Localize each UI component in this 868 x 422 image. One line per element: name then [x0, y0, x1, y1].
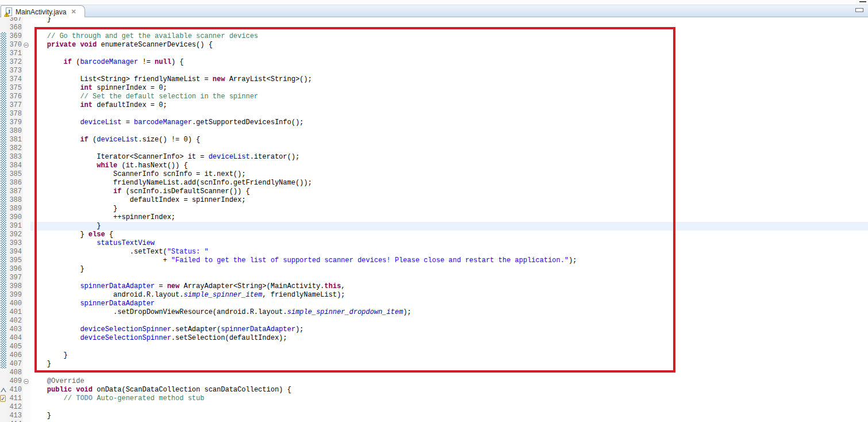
line-number[interactable]: 385: [7, 170, 23, 179]
line-number[interactable]: 379: [7, 118, 23, 127]
code-line[interactable]: 403 deviceSelectionSpinner.setAdapter(sp…: [0, 325, 868, 334]
code-line[interactable]: 406 }: [0, 351, 868, 360]
line-number[interactable]: 398: [7, 282, 23, 291]
code-line[interactable]: 412: [0, 403, 868, 412]
line-number[interactable]: 401: [7, 308, 23, 317]
line-number[interactable]: 391: [7, 222, 23, 231]
task-marker-icon[interactable]: [0, 395, 6, 402]
code-line[interactable]: 381 if (deviceList.size() != 0) {: [0, 136, 868, 144]
code-line[interactable]: 370 private void enumerateScannerDevices…: [0, 41, 868, 49]
line-number[interactable]: 397: [7, 274, 23, 282]
line-number[interactable]: 406: [7, 351, 23, 360]
code-line[interactable]: 407 }: [0, 360, 868, 369]
line-number[interactable]: 409: [7, 377, 23, 386]
line-number[interactable]: 382: [7, 144, 23, 153]
line-number[interactable]: 389: [7, 205, 23, 213]
collapse-icon[interactable]: [24, 379, 29, 384]
code-line[interactable]: 390 ++spinnerIndex;: [0, 213, 868, 222]
line-number[interactable]: 383: [7, 153, 23, 162]
code-line[interactable]: 393 statusTextView: [0, 239, 868, 248]
line-number[interactable]: 368: [7, 24, 23, 32]
code-line[interactable]: 373: [0, 67, 868, 75]
code-line[interactable]: 404 deviceSelectionSpinner.setSelection(…: [0, 334, 868, 343]
code-line[interactable]: 408: [0, 369, 868, 377]
line-number[interactable]: 384: [7, 162, 23, 170]
code-line[interactable]: 367 }: [0, 17, 868, 24]
line-number[interactable]: 371: [7, 49, 23, 58]
line-number[interactable]: 413: [7, 412, 23, 420]
line-number[interactable]: 392: [7, 231, 23, 239]
code-line[interactable]: 389 }: [0, 205, 868, 213]
code-line[interactable]: 411 // TODO Auto-generated method stub: [0, 394, 868, 403]
code-line[interactable]: 401 .setDropDownViewResource(android.R.l…: [0, 308, 868, 317]
code-line[interactable]: 386 friendlyNameList.add(scnInfo.getFrie…: [0, 179, 868, 187]
line-number[interactable]: 369: [7, 32, 23, 41]
code-line[interactable]: 400 spinnerDataAdapter: [0, 300, 868, 308]
code-line[interactable]: 385 ScannerInfo scnInfo = it.next();: [0, 170, 868, 179]
line-number[interactable]: 405: [7, 343, 23, 351]
line-number[interactable]: 387: [7, 187, 23, 196]
code-editor[interactable]: 367 }368369 // Go through and get the av…: [0, 17, 868, 422]
tab-mainactivity-java[interactable]: J MainActivity.java ✕: [1, 5, 85, 18]
code-line[interactable]: 388 defaultIndex = spinnerIndex;: [0, 196, 868, 205]
line-number[interactable]: 402: [7, 317, 23, 325]
line-number[interactable]: 381: [7, 136, 23, 144]
code-line[interactable]: 372 if (barcodeManager != null) {: [0, 58, 868, 67]
code-line[interactable]: 398 spinnerDataAdapter = new ArrayAdapte…: [0, 282, 868, 291]
code-line[interactable]: 396 }: [0, 265, 868, 274]
line-number[interactable]: 386: [7, 179, 23, 187]
code-line[interactable]: 394 .setText("Status: ": [0, 248, 868, 256]
line-number[interactable]: 394: [7, 248, 23, 256]
line-number[interactable]: 372: [7, 58, 23, 67]
code-line[interactable]: 369 // Go through and get the available …: [0, 32, 868, 41]
line-number[interactable]: 411: [7, 394, 23, 403]
code-line[interactable]: 371: [0, 49, 868, 58]
line-number[interactable]: 408: [7, 369, 23, 377]
line-number[interactable]: 380: [7, 127, 23, 136]
code-line[interactable]: 376 // Set the default selection in the …: [0, 93, 868, 101]
line-number[interactable]: 403: [7, 325, 23, 334]
code-line[interactable]: 383 Iterator<ScannerInfo> it = deviceLis…: [0, 153, 868, 162]
line-number[interactable]: 388: [7, 196, 23, 205]
line-number[interactable]: 395: [7, 256, 23, 265]
code-line[interactable]: 368: [0, 24, 868, 32]
code-line[interactable]: 405: [0, 343, 868, 351]
line-number[interactable]: 370: [7, 41, 23, 49]
code-line[interactable]: 409 @Override: [0, 377, 868, 386]
code-line[interactable]: 397: [0, 274, 868, 282]
code-line[interactable]: 395 + "Failed to get the list of support…: [0, 256, 868, 265]
code-line[interactable]: 382: [0, 144, 868, 153]
line-number[interactable]: 374: [7, 75, 23, 84]
code-line[interactable]: 374 List<String> friendlyNameList = new …: [0, 75, 868, 84]
line-number[interactable]: 404: [7, 334, 23, 343]
code-line[interactable]: 402: [0, 317, 868, 325]
code-line[interactable]: 380: [0, 127, 868, 136]
code-line[interactable]: 379 deviceList = barcodeManager.getSuppo…: [0, 118, 868, 127]
tab-close-icon[interactable]: ✕: [71, 8, 76, 16]
code-line[interactable]: 410 public void onData(ScanDataCollectio…: [0, 386, 868, 394]
line-number[interactable]: 407: [7, 360, 23, 369]
line-number[interactable]: 376: [7, 93, 23, 101]
line-number[interactable]: 400: [7, 300, 23, 308]
line-number[interactable]: 393: [7, 239, 23, 248]
line-number[interactable]: 396: [7, 265, 23, 274]
line-number[interactable]: 399: [7, 291, 23, 300]
line-number[interactable]: 378: [7, 110, 23, 118]
line-number[interactable]: 412: [7, 403, 23, 412]
line-number[interactable]: 410: [7, 386, 23, 394]
code-line[interactable]: 375 int spinnerIndex = 0;: [0, 84, 868, 93]
code-line[interactable]: 384 while (it.hasNext()) {: [0, 162, 868, 170]
code-line[interactable]: 399 android.R.layout.simple_spinner_item…: [0, 291, 868, 300]
line-number[interactable]: 367: [7, 17, 23, 24]
collapse-icon[interactable]: [24, 43, 29, 48]
code-line[interactable]: 377 int defaultIndex = 0;: [0, 101, 868, 110]
code-line[interactable]: 413 }: [0, 412, 868, 420]
override-marker-icon[interactable]: [1, 388, 6, 392]
code-line[interactable]: 378: [0, 110, 868, 118]
line-number[interactable]: 373: [7, 67, 23, 75]
line-number[interactable]: 390: [7, 213, 23, 222]
code-line[interactable]: 391 }: [0, 222, 868, 231]
minimize-view-button[interactable]: [855, 8, 863, 12]
code-line[interactable]: 387 if (scnInfo.isDefaultScanner()) {: [0, 187, 868, 196]
line-number[interactable]: 377: [7, 101, 23, 110]
